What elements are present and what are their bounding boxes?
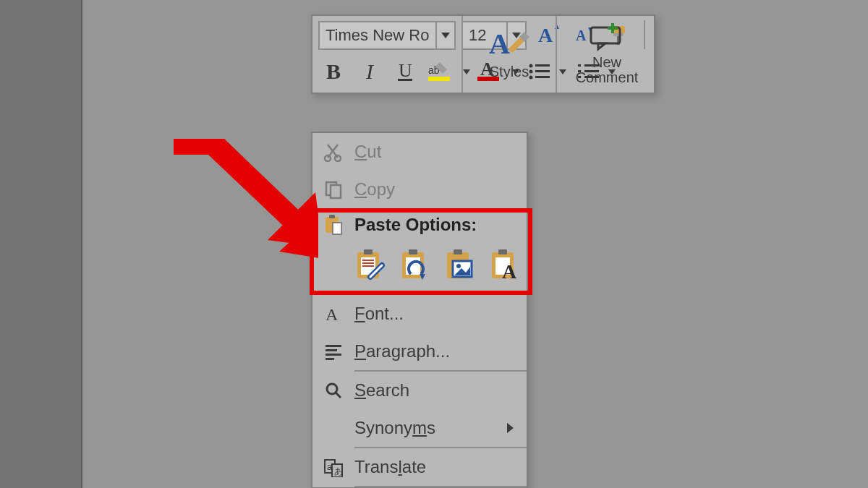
svg-point-48 (456, 264, 461, 268)
menu-paste-options-header: Paste Options: (312, 208, 527, 241)
svg-text:A: A (502, 260, 517, 281)
font-name-combo[interactable]: Times New Ro (318, 21, 456, 50)
bold-button[interactable]: B (318, 56, 349, 87)
svg-rect-39 (364, 249, 373, 254)
svg-rect-56 (326, 349, 337, 351)
svg-text:U: U (399, 60, 412, 81)
svg-text:a: a (327, 462, 332, 472)
svg-point-32 (335, 155, 341, 161)
paste-options-block: Paste Options: (312, 208, 527, 294)
svg-rect-8 (398, 79, 412, 81)
svg-rect-55 (326, 345, 341, 347)
svg-marker-28 (598, 43, 605, 49)
menu-font[interactable]: A Font... (312, 295, 527, 333)
underline-button[interactable]: U (391, 56, 421, 87)
paste-icon (312, 214, 354, 236)
svg-rect-58 (326, 358, 334, 360)
menu-cut[interactable]: Cut (312, 133, 527, 171)
menu-paragraph[interactable]: Paragraph... (312, 333, 527, 370)
svg-text:A: A (326, 305, 339, 323)
menu-synonyms[interactable]: Synonyms (312, 409, 527, 447)
menu-font-label: Font... (354, 304, 518, 324)
search-icon (312, 381, 354, 400)
annotation-arrow (152, 139, 318, 262)
svg-rect-30 (608, 27, 618, 30)
translate-icon: a あ (312, 457, 354, 477)
copy-icon (312, 179, 354, 200)
font-name-value: Times New Ro (320, 26, 435, 45)
svg-rect-34 (331, 185, 341, 198)
styles-button[interactable]: A Styles (466, 16, 553, 93)
font-icon: A (312, 304, 354, 323)
menu-translate-label: Translate (354, 457, 518, 477)
new-comment-button[interactable]: NewComment (560, 16, 654, 93)
submenu-arrow-icon (507, 423, 514, 433)
menu-search-label: Search (354, 380, 518, 401)
svg-point-59 (327, 384, 337, 394)
menu-synonyms-label: Synonyms (354, 418, 507, 438)
italic-button[interactable]: I (354, 56, 385, 87)
svg-rect-37 (333, 223, 341, 234)
paste-options-label: Paste Options: (354, 215, 477, 235)
svg-text:A: A (489, 29, 510, 60)
paragraph-icon (312, 342, 354, 361)
svg-line-60 (336, 393, 341, 398)
menu-copy[interactable]: Copy (312, 171, 527, 208)
mini-toolbar: Times New Ro 12 A A (311, 14, 655, 94)
cut-icon (312, 142, 354, 162)
svg-text:あ: あ (334, 466, 343, 476)
svg-rect-46 (454, 249, 462, 254)
svg-rect-57 (326, 354, 341, 356)
menu-paragraph-label: Paragraph... (354, 341, 518, 361)
paste-merge-formatting[interactable] (399, 244, 433, 285)
menu-translate[interactable]: a あ Translate (312, 448, 527, 486)
menu-separator (354, 486, 527, 487)
font-name-dropdown[interactable] (435, 22, 454, 48)
svg-rect-27 (591, 27, 620, 43)
paste-text-only[interactable]: A (489, 244, 522, 285)
paste-picture[interactable] (444, 244, 477, 285)
menu-search[interactable]: Search (312, 372, 527, 409)
styles-label: Styles (490, 64, 529, 80)
svg-point-31 (325, 155, 331, 161)
svg-rect-42 (409, 249, 417, 254)
new-comment-label: NewComment (576, 55, 639, 85)
context-menu: Cut Copy Paste Options: (311, 132, 528, 488)
menu-copy-label: Copy (354, 179, 518, 200)
menu-cut-label: Cut (354, 142, 518, 162)
svg-rect-51 (498, 249, 507, 254)
paste-keep-source-formatting[interactable] (354, 244, 388, 285)
svg-rect-10 (428, 77, 450, 81)
svg-rect-36 (329, 215, 335, 218)
